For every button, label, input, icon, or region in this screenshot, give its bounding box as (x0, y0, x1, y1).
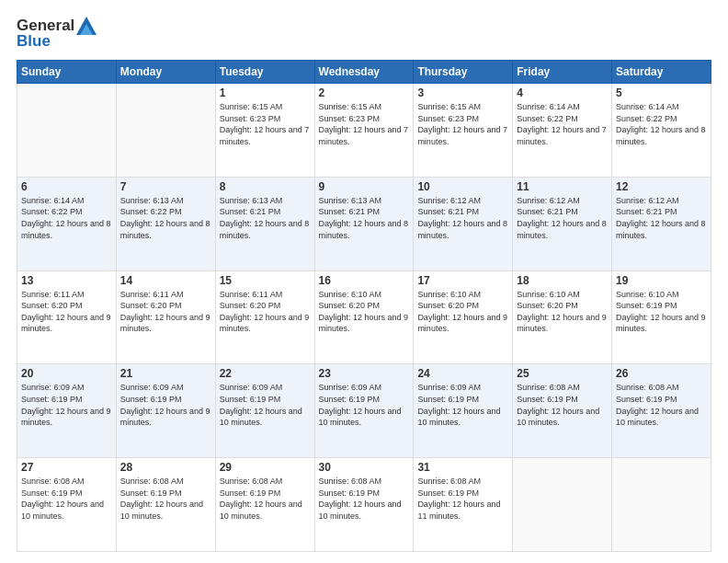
day-info: Sunrise: 6:15 AM Sunset: 6:23 PM Dayligh… (220, 101, 311, 147)
day-info: Sunrise: 6:11 AM Sunset: 6:20 PM Dayligh… (120, 289, 211, 335)
calendar-cell: 28Sunrise: 6:08 AM Sunset: 6:19 PM Dayli… (116, 458, 215, 552)
day-number: 3 (417, 86, 508, 99)
day-number: 21 (120, 367, 211, 380)
calendar-week-row: 6Sunrise: 6:14 AM Sunset: 6:22 PM Daylig… (17, 177, 711, 270)
day-info: Sunrise: 6:08 AM Sunset: 6:19 PM Dayligh… (616, 382, 707, 428)
day-number: 23 (319, 367, 410, 380)
calendar-cell (17, 84, 117, 178)
calendar-cell: 23Sunrise: 6:09 AM Sunset: 6:19 PM Dayli… (314, 364, 414, 458)
day-info: Sunrise: 6:10 AM Sunset: 6:20 PM Dayligh… (517, 289, 608, 335)
calendar-cell: 9Sunrise: 6:13 AM Sunset: 6:21 PM Daylig… (314, 177, 414, 270)
calendar-cell: 7Sunrise: 6:13 AM Sunset: 6:22 PM Daylig… (116, 177, 215, 270)
day-info: Sunrise: 6:13 AM Sunset: 6:21 PM Dayligh… (319, 195, 410, 241)
calendar-cell: 14Sunrise: 6:11 AM Sunset: 6:20 PM Dayli… (116, 270, 215, 364)
calendar-cell: 4Sunrise: 6:14 AM Sunset: 6:22 PM Daylig… (513, 84, 612, 178)
calendar-cell: 13Sunrise: 6:11 AM Sunset: 6:20 PM Dayli… (17, 270, 117, 364)
day-number: 2 (319, 86, 410, 99)
day-info: Sunrise: 6:11 AM Sunset: 6:20 PM Dayligh… (220, 289, 311, 335)
calendar-cell: 1Sunrise: 6:15 AM Sunset: 6:23 PM Daylig… (215, 84, 314, 178)
day-number: 16 (319, 274, 410, 287)
day-number: 29 (220, 461, 311, 474)
day-number: 18 (517, 274, 608, 287)
day-number: 12 (616, 180, 707, 193)
calendar-cell: 6Sunrise: 6:14 AM Sunset: 6:22 PM Daylig… (17, 177, 117, 270)
day-info: Sunrise: 6:10 AM Sunset: 6:20 PM Dayligh… (319, 289, 410, 335)
day-info: Sunrise: 6:14 AM Sunset: 6:22 PM Dayligh… (21, 195, 112, 241)
day-number: 14 (120, 274, 211, 287)
logo: General Blue (17, 17, 97, 51)
day-number: 13 (21, 274, 112, 287)
day-number: 11 (517, 180, 608, 193)
day-number: 5 (616, 86, 707, 99)
calendar-cell: 26Sunrise: 6:08 AM Sunset: 6:19 PM Dayli… (612, 364, 711, 458)
day-number: 25 (517, 367, 608, 380)
day-info: Sunrise: 6:15 AM Sunset: 6:23 PM Dayligh… (319, 101, 410, 147)
day-info: Sunrise: 6:14 AM Sunset: 6:22 PM Dayligh… (517, 101, 608, 147)
day-number: 4 (517, 86, 608, 99)
calendar-cell: 22Sunrise: 6:09 AM Sunset: 6:19 PM Dayli… (215, 364, 314, 458)
day-number: 6 (21, 180, 112, 193)
calendar-cell: 19Sunrise: 6:10 AM Sunset: 6:19 PM Dayli… (612, 270, 711, 364)
day-info: Sunrise: 6:11 AM Sunset: 6:20 PM Dayligh… (21, 289, 112, 335)
calendar-cell: 11Sunrise: 6:12 AM Sunset: 6:21 PM Dayli… (513, 177, 612, 270)
calendar-cell (513, 458, 612, 552)
day-info: Sunrise: 6:13 AM Sunset: 6:22 PM Dayligh… (120, 195, 211, 241)
day-number: 17 (417, 274, 508, 287)
calendar-cell (612, 458, 711, 552)
calendar-cell: 10Sunrise: 6:12 AM Sunset: 6:21 PM Dayli… (414, 177, 513, 270)
day-number: 30 (319, 461, 410, 474)
calendar-cell: 25Sunrise: 6:08 AM Sunset: 6:19 PM Dayli… (513, 364, 612, 458)
day-number: 26 (616, 367, 707, 380)
day-info: Sunrise: 6:08 AM Sunset: 6:19 PM Dayligh… (120, 476, 211, 522)
day-info: Sunrise: 6:08 AM Sunset: 6:19 PM Dayligh… (417, 476, 508, 522)
day-info: Sunrise: 6:09 AM Sunset: 6:19 PM Dayligh… (220, 382, 311, 428)
day-info: Sunrise: 6:15 AM Sunset: 6:23 PM Dayligh… (417, 101, 508, 147)
logo-blue-text: Blue (17, 32, 97, 51)
calendar-cell: 12Sunrise: 6:12 AM Sunset: 6:21 PM Dayli… (612, 177, 711, 270)
day-number: 31 (417, 461, 508, 474)
day-number: 7 (120, 180, 211, 193)
day-info: Sunrise: 6:14 AM Sunset: 6:22 PM Dayligh… (616, 101, 707, 147)
header: General Blue (17, 17, 711, 51)
day-info: Sunrise: 6:10 AM Sunset: 6:19 PM Dayligh… (616, 289, 707, 335)
calendar-cell: 31Sunrise: 6:08 AM Sunset: 6:19 PM Dayli… (414, 458, 513, 552)
day-info: Sunrise: 6:13 AM Sunset: 6:21 PM Dayligh… (220, 195, 311, 241)
calendar-week-row: 13Sunrise: 6:11 AM Sunset: 6:20 PM Dayli… (17, 270, 711, 364)
calendar-cell: 30Sunrise: 6:08 AM Sunset: 6:19 PM Dayli… (314, 458, 414, 552)
day-info: Sunrise: 6:08 AM Sunset: 6:19 PM Dayligh… (319, 476, 410, 522)
day-number: 20 (21, 367, 112, 380)
calendar-table: SundayMondayTuesdayWednesdayThursdayFrid… (17, 60, 711, 552)
calendar-cell: 24Sunrise: 6:09 AM Sunset: 6:19 PM Dayli… (414, 364, 513, 458)
day-info: Sunrise: 6:09 AM Sunset: 6:19 PM Dayligh… (319, 382, 410, 428)
calendar-cell: 16Sunrise: 6:10 AM Sunset: 6:20 PM Dayli… (314, 270, 414, 364)
day-number: 8 (220, 180, 311, 193)
calendar-week-row: 27Sunrise: 6:08 AM Sunset: 6:19 PM Dayli… (17, 458, 711, 552)
day-number: 28 (120, 461, 211, 474)
day-info: Sunrise: 6:10 AM Sunset: 6:20 PM Dayligh… (417, 289, 508, 335)
day-number: 19 (616, 274, 707, 287)
day-info: Sunrise: 6:09 AM Sunset: 6:19 PM Dayligh… (120, 382, 211, 428)
page: General Blue SundayMondayTuesdayWednesda… (0, 0, 728, 563)
day-info: Sunrise: 6:12 AM Sunset: 6:21 PM Dayligh… (417, 195, 508, 241)
day-number: 9 (319, 180, 410, 193)
calendar-cell: 8Sunrise: 6:13 AM Sunset: 6:21 PM Daylig… (215, 177, 314, 270)
weekday-header: Sunday (17, 61, 117, 84)
weekday-header: Thursday (414, 61, 513, 84)
calendar-cell (116, 84, 215, 178)
calendar-cell: 5Sunrise: 6:14 AM Sunset: 6:22 PM Daylig… (612, 84, 711, 178)
calendar-cell: 20Sunrise: 6:09 AM Sunset: 6:19 PM Dayli… (17, 364, 117, 458)
day-info: Sunrise: 6:12 AM Sunset: 6:21 PM Dayligh… (517, 195, 608, 241)
day-info: Sunrise: 6:08 AM Sunset: 6:19 PM Dayligh… (220, 476, 311, 522)
day-info: Sunrise: 6:12 AM Sunset: 6:21 PM Dayligh… (616, 195, 707, 241)
weekday-header: Monday (116, 61, 215, 84)
day-info: Sunrise: 6:08 AM Sunset: 6:19 PM Dayligh… (517, 382, 608, 428)
calendar-cell: 29Sunrise: 6:08 AM Sunset: 6:19 PM Dayli… (215, 458, 314, 552)
weekday-header: Friday (513, 61, 612, 84)
day-number: 27 (21, 461, 112, 474)
day-number: 10 (417, 180, 508, 193)
day-info: Sunrise: 6:09 AM Sunset: 6:19 PM Dayligh… (417, 382, 508, 428)
calendar-cell: 27Sunrise: 6:08 AM Sunset: 6:19 PM Dayli… (17, 458, 117, 552)
day-number: 22 (220, 367, 311, 380)
weekday-header: Wednesday (314, 61, 414, 84)
calendar-cell: 2Sunrise: 6:15 AM Sunset: 6:23 PM Daylig… (314, 84, 414, 178)
